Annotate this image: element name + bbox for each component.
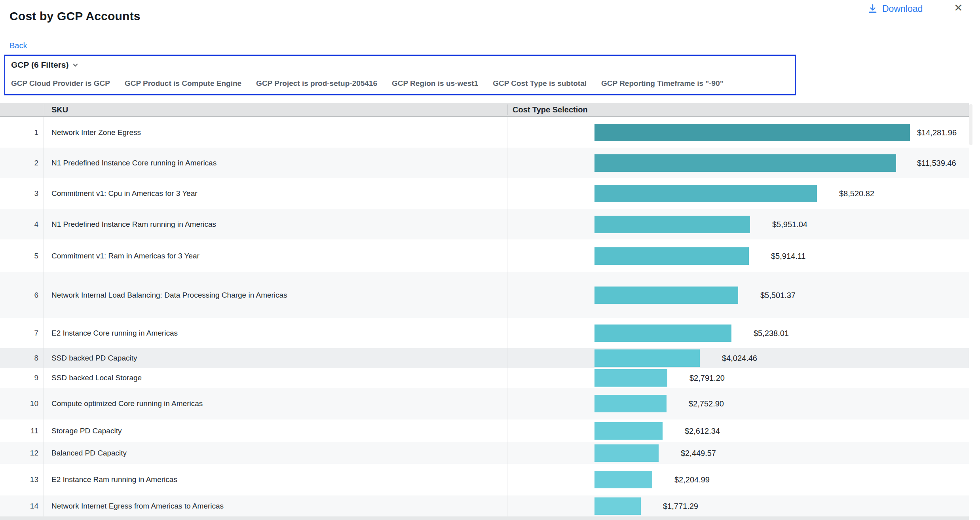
cost-value: $2,204.99 bbox=[674, 475, 710, 484]
cost-value: $11,539.46 bbox=[917, 158, 956, 167]
cost-value: $8,520.82 bbox=[839, 189, 874, 198]
cost-cell: $14,281.96 bbox=[507, 117, 969, 148]
row-number: 12 bbox=[0, 442, 44, 464]
cost-bar[interactable] bbox=[594, 247, 749, 265]
table-row[interactable]: 1Network Inter Zone Egress$14,281.96 bbox=[0, 117, 969, 148]
filter-chip: GCP Cost Type is subtotal bbox=[493, 79, 587, 88]
cost-cell: $5,951.04 bbox=[507, 209, 969, 239]
row-number: 14 bbox=[0, 495, 44, 516]
download-icon bbox=[868, 4, 877, 14]
table-row[interactable]: 2N1 Predefined Instance Core running in … bbox=[0, 148, 969, 178]
sku-label: E2 Instance Ram running in Americas bbox=[44, 464, 507, 495]
cost-value: $2,752.90 bbox=[689, 399, 724, 408]
table-row[interactable]: 13E2 Instance Ram running in Americas$2,… bbox=[0, 464, 969, 495]
cost-cell: $1,771.29 bbox=[507, 495, 969, 516]
cost-bar[interactable] bbox=[594, 325, 731, 342]
cost-cell: $2,791.20 bbox=[507, 368, 969, 388]
close-icon[interactable]: ✕ bbox=[954, 0, 963, 15]
filter-chip: GCP Project is prod-setup-205416 bbox=[256, 79, 377, 88]
table-row[interactable]: 14Network Internet Egress from Americas … bbox=[0, 495, 969, 516]
table-row[interactable]: 8SSD backed PD Capacity$4,024.46 bbox=[0, 348, 969, 368]
cost-bar[interactable] bbox=[594, 287, 738, 304]
cost-cell: $2,449.57 bbox=[507, 442, 969, 464]
row-number: 2 bbox=[0, 148, 44, 178]
cost-cell: $2,612.34 bbox=[507, 419, 969, 442]
sku-label: Network Internet Egress from Americas to… bbox=[44, 495, 507, 516]
cost-value: $2,791.20 bbox=[689, 374, 725, 383]
download-button[interactable]: Download bbox=[868, 4, 923, 14]
cost-cell: $2,204.99 bbox=[507, 464, 969, 495]
cost-bar[interactable] bbox=[594, 471, 652, 488]
filter-chip: GCP Cloud Provider is GCP bbox=[11, 79, 110, 88]
cost-bar[interactable] bbox=[594, 444, 659, 462]
filter-panel: GCP (6 Filters) GCP Cloud Provider is GC… bbox=[4, 55, 796, 95]
cost-bar[interactable] bbox=[594, 216, 750, 233]
cost-cell: $5,914.11 bbox=[507, 239, 969, 272]
table-row[interactable]: 3Commitment v1: Cpu in Americas for 3 Ye… bbox=[0, 178, 969, 209]
sku-label: N1 Predefined Instance Core running in A… bbox=[44, 148, 507, 178]
sku-label: Compute optimized Core running in Americ… bbox=[44, 388, 507, 419]
cost-bar[interactable] bbox=[594, 154, 896, 172]
row-number: 8 bbox=[0, 348, 44, 368]
chevron-down-icon bbox=[72, 62, 79, 68]
cost-value: $1,771.29 bbox=[663, 501, 698, 511]
cost-bar[interactable] bbox=[594, 124, 910, 141]
table-row[interactable]: 9SSD backed Local Storage$2,791.20 bbox=[0, 368, 969, 388]
sku-label: Network Inter Zone Egress bbox=[44, 117, 507, 148]
cost-value: $14,281.96 bbox=[917, 128, 957, 137]
row-number: 3 bbox=[0, 178, 44, 209]
table-row[interactable]: 5Commitment v1: Ram in Americas for 3 Ye… bbox=[0, 239, 969, 272]
cost-bar[interactable] bbox=[594, 369, 667, 387]
filter-chip-list: GCP Cloud Provider is GCPGCP Product is … bbox=[11, 79, 795, 88]
sku-label: SSD backed Local Storage bbox=[44, 368, 507, 388]
filter-summary-dropdown[interactable]: GCP (6 Filters) bbox=[11, 60, 79, 70]
sku-label: Commitment v1: Ram in Americas for 3 Yea… bbox=[44, 239, 507, 272]
filter-chip: GCP Region is us-west1 bbox=[392, 79, 478, 88]
sku-label: SSD backed PD Capacity bbox=[44, 348, 507, 368]
cost-cell: $8,520.82 bbox=[507, 178, 969, 209]
cost-bar[interactable] bbox=[594, 497, 641, 515]
cost-cell: $2,752.90 bbox=[507, 388, 969, 419]
row-number: 6 bbox=[0, 272, 44, 318]
scrollbar-thumb[interactable] bbox=[969, 104, 972, 145]
sku-label: N1 Predefined Instance Ram running in Am… bbox=[44, 209, 507, 239]
table-row[interactable]: 4N1 Predefined Instance Ram running in A… bbox=[0, 209, 969, 239]
sku-label: Balanced PD Capacity bbox=[44, 442, 507, 464]
cost-value: $5,914.11 bbox=[771, 251, 806, 260]
sku-label: E2 Instance Core running in Americas bbox=[44, 318, 507, 348]
table-row[interactable]: 6Network Internal Load Balancing: Data P… bbox=[0, 272, 969, 318]
sku-label: Commitment v1: Cpu in Americas for 3 Yea… bbox=[44, 178, 507, 209]
row-number: 10 bbox=[0, 388, 44, 419]
table-row[interactable]: 7E2 Instance Core running in Americas$5,… bbox=[0, 318, 969, 348]
filter-chip: GCP Product is Compute Engine bbox=[125, 79, 241, 88]
row-number: 11 bbox=[0, 419, 44, 442]
cost-bar[interactable] bbox=[594, 422, 663, 440]
cost-table: SKU Cost Type Selection 1Network Inter Z… bbox=[0, 103, 969, 520]
table-row[interactable]: 12Balanced PD Capacity$2,449.57 bbox=[0, 442, 969, 464]
filter-summary-label: GCP (6 Filters) bbox=[11, 60, 68, 70]
table-row[interactable]: 11Storage PD Capacity$2,612.34 bbox=[0, 419, 969, 442]
cost-value: $5,501.37 bbox=[760, 290, 796, 300]
column-header-sku: SKU bbox=[51, 103, 68, 116]
filter-chip: GCP Reporting Timeframe is "-90" bbox=[601, 79, 724, 88]
cost-bar[interactable] bbox=[594, 185, 817, 202]
cost-value: $5,238.01 bbox=[754, 328, 789, 338]
table-row[interactable]: 10Compute optimized Core running in Amer… bbox=[0, 388, 969, 419]
cost-cell: $11,539.46 bbox=[507, 148, 969, 178]
row-number: 13 bbox=[0, 464, 44, 495]
row-number: 7 bbox=[0, 318, 44, 348]
sku-label: Storage PD Capacity bbox=[44, 419, 507, 442]
cost-cell: $5,238.01 bbox=[507, 318, 969, 348]
row-number: 1 bbox=[0, 117, 44, 148]
cost-value: $2,612.34 bbox=[685, 426, 720, 435]
row-number: 9 bbox=[0, 368, 44, 388]
row-number: 4 bbox=[0, 209, 44, 239]
back-link[interactable]: Back bbox=[9, 41, 27, 50]
cost-value: $5,951.04 bbox=[772, 220, 807, 229]
cost-value: $2,449.57 bbox=[681, 448, 716, 457]
cost-bar[interactable] bbox=[594, 349, 700, 367]
cost-value: $4,024.46 bbox=[722, 354, 757, 363]
download-label: Download bbox=[882, 4, 923, 14]
cost-cell: $5,501.37 bbox=[507, 272, 969, 318]
cost-bar[interactable] bbox=[594, 395, 667, 412]
